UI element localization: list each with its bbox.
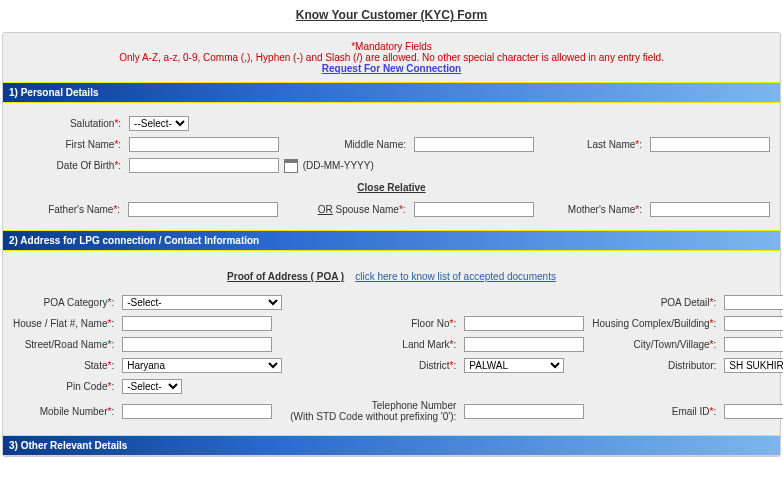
poa-detail-label: POA Detail (661, 297, 710, 308)
telephone-input[interactable] (464, 404, 584, 419)
spouse-name-input[interactable] (414, 202, 534, 217)
house-label: House / Flat #, Name (13, 318, 107, 329)
poa-detail-input[interactable] (724, 295, 783, 310)
distributor-select[interactable]: SH SUKHIRAM BHARATGAS GRAMIN VITRAK (724, 358, 783, 373)
section-body-personal: Salutation*: --Select-- First Name*: Mid… (3, 103, 780, 230)
state-select[interactable]: Haryana (122, 358, 282, 373)
email-label: Email ID (672, 406, 710, 417)
rule-note: Only A-Z, a-z, 0-9, Comma (,), Hyphen (-… (3, 52, 780, 63)
pin-select[interactable]: -Select- (122, 379, 182, 394)
father-name-input[interactable] (128, 202, 278, 217)
street-label: Street/Road Name (25, 339, 108, 350)
father-name-label: Father's Name (48, 204, 113, 215)
request-new-connection-link[interactable]: Request For New Connection (322, 63, 461, 74)
house-input[interactable] (122, 316, 272, 331)
section-header-personal: 1) Personal Details (3, 82, 780, 103)
poa-category-select[interactable]: -Select- (122, 295, 282, 310)
housing-input[interactable] (724, 316, 783, 331)
poa-heading-row: Proof of Address ( POA ) click here to k… (9, 261, 774, 292)
street-input[interactable] (122, 337, 272, 352)
form-container: *Mandatory Fields Only A-Z, a-z, 0-9, Co… (2, 32, 781, 457)
middle-name-input[interactable] (414, 137, 534, 152)
distributor-label: Distributor: (668, 360, 716, 371)
poa-category-label: POA Category (44, 297, 108, 308)
spouse-name-label: Spouse Name (336, 204, 399, 215)
first-name-label: First Name (66, 139, 115, 150)
floor-label: Floor No (411, 318, 449, 329)
dob-hint: (DD-MM-YYYY) (303, 160, 374, 171)
calendar-icon[interactable] (284, 159, 298, 173)
mother-name-label: Mother's Name (568, 204, 636, 215)
or-text: OR (318, 204, 333, 215)
close-relative-heading: Close Relative (9, 176, 774, 199)
dob-label: Date Of Birth (57, 160, 115, 171)
email-input[interactable] (724, 404, 783, 419)
section-body-address: Proof of Address ( POA ) click here to k… (3, 251, 780, 435)
district-select[interactable]: PALWAL (464, 358, 564, 373)
middle-name-label: Middle Name: (344, 139, 406, 150)
housing-label: Housing Complex/Building (592, 318, 709, 329)
city-input[interactable] (724, 337, 783, 352)
landmark-label: Land Mark (402, 339, 449, 350)
last-name-input[interactable] (650, 137, 770, 152)
city-label: City/Town/Village (634, 339, 710, 350)
salutation-label: Salutation (70, 118, 114, 129)
pin-label: Pin Code (66, 381, 107, 392)
salutation-select[interactable]: --Select-- (129, 116, 189, 131)
mandatory-note: *Mandatory Fields (3, 41, 780, 52)
district-label: District (419, 360, 450, 371)
mobile-label: Mobile Number (40, 406, 108, 417)
state-label: State (84, 360, 107, 371)
mother-name-input[interactable] (650, 202, 770, 217)
first-name-input[interactable] (129, 137, 279, 152)
section-header-other: 3) Other Relevant Details (3, 435, 780, 456)
floor-input[interactable] (464, 316, 584, 331)
page-title: Know Your Customer (KYC) Form (0, 0, 783, 30)
mobile-input[interactable] (122, 404, 272, 419)
poa-heading: Proof of Address ( POA ) (227, 271, 344, 282)
telephone-label: Telephone Number (372, 400, 457, 411)
telephone-hint: (With STD Code without prefixing '0'): (290, 411, 456, 422)
poa-docs-link[interactable]: click here to know list of accepted docu… (355, 271, 556, 282)
dob-input[interactable] (129, 158, 279, 173)
landmark-input[interactable] (464, 337, 584, 352)
notice-block: *Mandatory Fields Only A-Z, a-z, 0-9, Co… (3, 33, 780, 82)
last-name-label: Last Name (587, 139, 635, 150)
section-header-address: 2) Address for LPG connection / Contact … (3, 230, 780, 251)
